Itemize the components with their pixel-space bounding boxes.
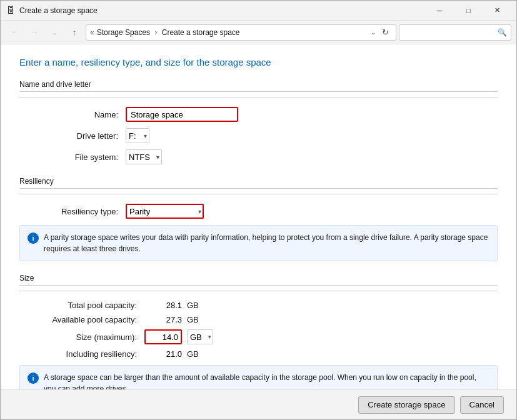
drive-select-wrap: F: G: H: (126, 128, 149, 143)
up-button[interactable]: ↑ (66, 24, 83, 41)
back-button[interactable]: ← (6, 24, 23, 41)
main-window: 🗄 Create a storage space ─ □ ✕ ← → ⌄ ↑ «… (0, 0, 517, 420)
size-section: Size Total pool capacity: 28.1 GB Availa… (19, 274, 498, 389)
including-resiliency-row: Including resiliency: 21.0 GB (19, 349, 498, 359)
filesystem-select-wrap: NTFS ReFS (126, 149, 162, 164)
size-unit-wrap: GB TB MB (187, 329, 213, 344)
drive-label: Drive letter: (32, 131, 126, 141)
maximize-button[interactable]: □ (454, 1, 483, 21)
info-icon: i (28, 232, 39, 244)
resiliency-type-control: Simple Two-way mirror Three-way mirror P… (126, 204, 204, 219)
including-resiliency-label: Including resiliency: (32, 349, 144, 359)
size-divider (19, 291, 498, 291)
search-bar: 🔍 (399, 24, 511, 41)
resiliency-type-row: Resiliency type: Simple Two-way mirror T… (19, 204, 498, 219)
unit-select-wrap: GB TB MB (187, 329, 213, 344)
close-button[interactable]: ✕ (483, 1, 511, 21)
footer: Create storage space Cancel (1, 389, 516, 419)
total-capacity-label: Total pool capacity: (32, 301, 144, 310)
resiliency-info-text: A parity storage space writes your data … (44, 232, 489, 254)
size-section-header: Size (19, 274, 498, 286)
filesystem-row: File system: NTFS ReFS (19, 149, 498, 164)
cancel-button[interactable]: Cancel (460, 396, 504, 414)
title-bar: 🗄 Create a storage space ─ □ ✕ (1, 1, 516, 21)
name-row: Name: (19, 107, 498, 122)
page-heading: Enter a name, resiliency type, and size … (19, 57, 498, 68)
path-root[interactable]: Storage Spaces (97, 28, 150, 37)
resiliency-type-label: Resiliency type: (32, 207, 126, 216)
filesystem-control: NTFS ReFS (126, 149, 162, 164)
drive-row: Drive letter: F: G: H: (19, 128, 498, 143)
size-info-box: i A storage space can be larger than the… (19, 365, 498, 389)
name-label: Name: (32, 110, 126, 119)
address-dropdown-icon[interactable]: ⌄ (371, 29, 376, 36)
including-resiliency-value: 21.0 (144, 349, 182, 359)
window-icon: 🗄 (6, 6, 16, 16)
name-input[interactable] (126, 107, 238, 122)
address-bar[interactable]: « Storage Spaces › Create a storage spac… (86, 24, 396, 41)
nav-bar: ← → ⌄ ↑ « Storage Spaces › Create a stor… (1, 21, 516, 44)
size-maximum-label: Size (maximum): (32, 332, 144, 342)
address-bar-icon: « (90, 28, 94, 37)
available-capacity-label: Available pool capacity: (32, 315, 144, 324)
resiliency-select-wrap: Simple Two-way mirror Three-way mirror P… (126, 204, 204, 219)
drive-control: F: G: H: (126, 128, 149, 143)
filesystem-label: File system: (32, 152, 126, 162)
create-storage-space-button[interactable]: Create storage space (358, 396, 454, 414)
address-path: Storage Spaces › Create a storage space (97, 28, 368, 37)
size-unit-select[interactable]: GB TB MB (187, 329, 213, 344)
resiliency-divider (19, 194, 498, 194)
name-section: Name and drive letter Name: Drive letter… (19, 80, 498, 164)
total-capacity-value: 28.1 (144, 301, 182, 310)
resiliency-info-box: i A parity storage space writes your dat… (19, 225, 498, 261)
name-section-header: Name and drive letter (19, 80, 498, 92)
available-capacity-row: Available pool capacity: 27.3 GB (19, 315, 498, 324)
dropdown-arrow-button[interactable]: ⌄ (46, 24, 63, 41)
path-current: Create a storage space (162, 28, 240, 37)
available-capacity-unit: GB (187, 315, 199, 324)
size-info-text: A storage space can be larger than the a… (44, 372, 489, 389)
size-info-icon: i (28, 372, 39, 384)
refresh-button[interactable]: ↻ (378, 26, 392, 39)
filesystem-select[interactable]: NTFS ReFS (126, 149, 162, 164)
drive-select[interactable]: F: G: H: (126, 128, 149, 143)
search-icon: 🔍 (498, 28, 507, 37)
available-capacity-value: 27.3 (144, 315, 182, 324)
total-capacity-row: Total pool capacity: 28.1 GB (19, 301, 498, 310)
resiliency-section: Resiliency Resiliency type: Simple Two-w… (19, 177, 498, 261)
path-separator: › (154, 28, 159, 37)
including-resiliency-unit: GB (187, 349, 199, 359)
resiliency-select[interactable]: Simple Two-way mirror Three-way mirror P… (126, 204, 204, 219)
name-control (126, 107, 238, 122)
title-bar-controls: ─ □ ✕ (425, 1, 511, 21)
window-title: Create a storage space (19, 6, 425, 15)
name-divider (19, 97, 498, 98)
resiliency-section-header: Resiliency (19, 177, 498, 189)
total-capacity-unit: GB (187, 301, 199, 310)
size-maximum-input[interactable] (144, 329, 182, 344)
search-input[interactable] (403, 28, 498, 37)
main-content: Enter a name, resiliency type, and size … (1, 44, 516, 389)
forward-button[interactable]: → (26, 24, 43, 41)
size-maximum-row: Size (maximum): GB TB MB (19, 329, 498, 344)
minimize-button[interactable]: ─ (425, 1, 454, 21)
